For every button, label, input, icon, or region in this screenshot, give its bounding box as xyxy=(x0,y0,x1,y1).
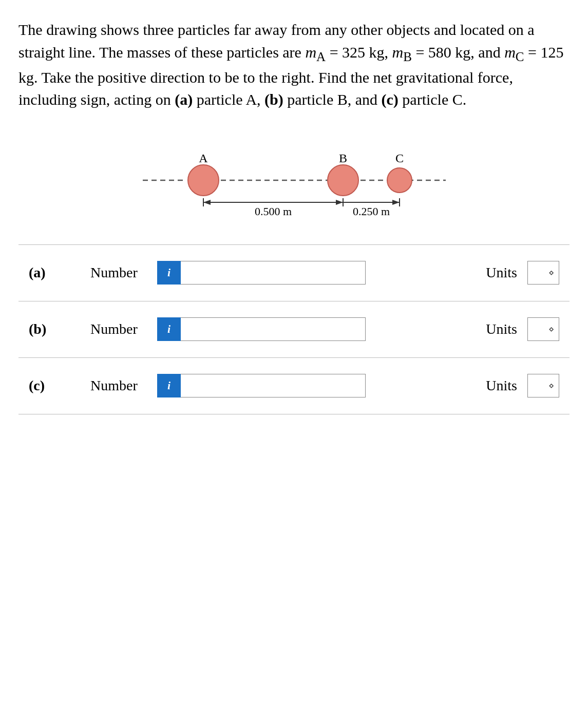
number-label-c: Number xyxy=(90,377,157,394)
label-A: A xyxy=(199,151,208,165)
answer-row-c: (c) Number i Units xyxy=(18,358,570,414)
input-group-b: i xyxy=(157,317,368,341)
info-button-a[interactable]: i xyxy=(157,261,181,285)
particle-A xyxy=(188,165,219,196)
distance-bc-label: 0.250 m xyxy=(352,205,389,218)
number-input-b[interactable] xyxy=(181,317,366,341)
label-C: C xyxy=(395,151,403,165)
units-select-wrap-b[interactable] xyxy=(527,317,559,341)
number-input-a[interactable] xyxy=(181,261,366,285)
units-group-b: Units xyxy=(461,317,559,341)
particle-B xyxy=(328,165,358,196)
units-select-wrap-c[interactable] xyxy=(527,374,559,397)
units-group-a: Units xyxy=(461,261,559,285)
distance-ab-label: 0.500 m xyxy=(254,205,291,218)
arrow-left-ab xyxy=(203,200,211,205)
units-label-c: Units xyxy=(461,377,527,394)
units-select-wrap-a[interactable] xyxy=(527,261,559,285)
units-select-c[interactable] xyxy=(527,374,559,397)
label-B: B xyxy=(338,151,347,165)
number-label-a: Number xyxy=(90,264,157,281)
answer-row-a: (a) Number i Units xyxy=(18,245,570,301)
diagram-container: A B C 0.500 m 0.250 m xyxy=(18,126,570,229)
answer-section: (a) Number i Units (b) Number i Units xyxy=(18,244,570,414)
input-group-a: i xyxy=(157,261,368,285)
answer-row-b: (b) Number i Units xyxy=(18,301,570,358)
info-button-c[interactable]: i xyxy=(157,374,181,397)
units-select-b[interactable] xyxy=(527,317,559,341)
units-group-c: Units xyxy=(461,374,559,397)
input-group-c: i xyxy=(157,374,368,397)
number-label-b: Number xyxy=(90,321,157,337)
answer-label-c: (c) xyxy=(29,377,90,394)
answer-label-a: (a) xyxy=(29,264,90,281)
arrow-right-bc xyxy=(392,200,400,205)
number-input-c[interactable] xyxy=(181,374,366,397)
diagram-svg: A B C 0.500 m 0.250 m xyxy=(127,126,461,229)
answer-label-b: (b) xyxy=(29,321,90,337)
problem-text: The drawing shows three particles far aw… xyxy=(18,18,570,111)
units-select-a[interactable] xyxy=(527,261,559,285)
units-label-a: Units xyxy=(461,264,527,281)
units-label-b: Units xyxy=(461,321,527,337)
particle-C xyxy=(387,168,412,193)
info-button-b[interactable]: i xyxy=(157,317,181,341)
arrow-right-ab xyxy=(336,200,343,205)
